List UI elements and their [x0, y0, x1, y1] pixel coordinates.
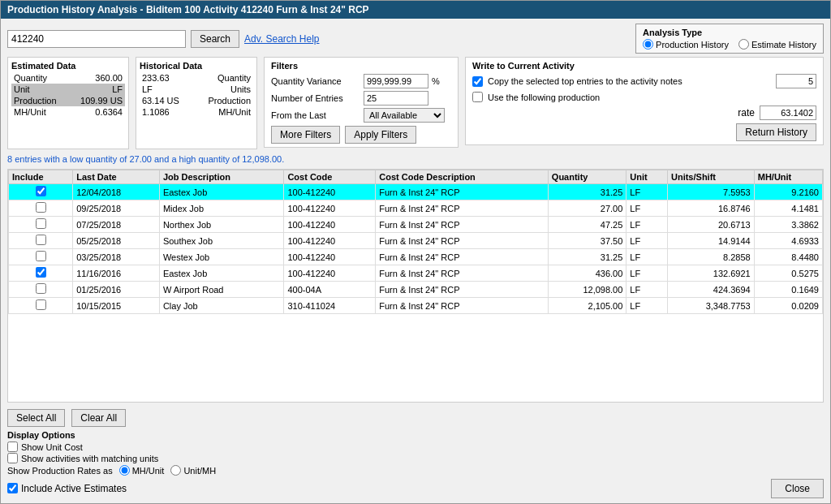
- col-cost-code: Cost Code: [284, 170, 376, 184]
- col-job-desc: Job Description: [159, 170, 284, 184]
- cell-unit: LF: [626, 184, 668, 200]
- from-the-last-select[interactable]: All Available 1 Year 2 Years 3 Years: [364, 108, 445, 123]
- cell-last_date: 09/25/2018: [73, 200, 160, 217]
- mh-unit-radio[interactable]: [119, 465, 130, 476]
- bottom-row1: Select All Clear All: [7, 409, 824, 427]
- more-filters-button[interactable]: More Filters: [271, 126, 340, 144]
- cell-mh_unit: 0.5275: [754, 265, 822, 282]
- filters-box: Filters Quantity Variance % Number of En…: [264, 57, 459, 148]
- cell-job_desc: W Airport Road: [159, 282, 284, 298]
- title-bar: Production History Analysis - Biditem 10…: [1, 1, 830, 19]
- table-header-row: Include Last Date Job Description Cost C…: [9, 170, 823, 184]
- apply-filters-button[interactable]: Apply Filters: [345, 126, 416, 144]
- table-row: 11/16/2016Eastex Job100-412240Furn & Ins…: [9, 265, 823, 282]
- search-button[interactable]: Search: [191, 30, 239, 48]
- table-row: LF Units: [140, 84, 253, 95]
- cell-units_shift: 3,348.7753: [667, 298, 754, 314]
- cell-job_desc: Eastex Job: [159, 265, 284, 282]
- cell-job_desc: Clay Job: [159, 298, 284, 314]
- adv-search-link[interactable]: Adv. Search Help: [244, 33, 320, 45]
- quantity-variance-label: Quantity Variance: [271, 76, 360, 86]
- copy-entries-input[interactable]: [776, 74, 816, 88]
- main-table: Include Last Date Job Description Cost C…: [8, 170, 823, 314]
- cell-cost_code_desc: Furn & Inst 24" RCP: [376, 200, 549, 217]
- show-prod-rates-label: Show Production Rates as: [7, 466, 113, 476]
- cell-quantity: 12,098.00: [548, 282, 626, 298]
- cell-job_desc: Eastex Job: [159, 184, 284, 200]
- copy-entries-checkbox[interactable]: [472, 76, 483, 87]
- table-row: 05/25/2018Southex Job100-412240Furn & In…: [9, 233, 823, 249]
- row-include-checkbox[interactable]: [36, 251, 46, 261]
- table-row: 03/25/2018Westex Job100-412240Furn & Ins…: [9, 249, 823, 265]
- row-include-checkbox[interactable]: [36, 299, 46, 310]
- unit-mh-radio[interactable]: [170, 465, 181, 476]
- row-include-checkbox[interactable]: [36, 202, 46, 213]
- row-include-checkbox[interactable]: [36, 235, 46, 245]
- cell-mh_unit: 4.6933: [754, 233, 822, 249]
- from-the-last-label: From the Last: [271, 110, 360, 120]
- bottom-section: Select All Clear All Display Options Sho…: [7, 406, 824, 498]
- rate-input[interactable]: [760, 106, 816, 120]
- filter-buttons: More Filters Apply Filters: [271, 126, 451, 144]
- close-button[interactable]: Close: [771, 479, 824, 498]
- return-history-button[interactable]: Return History: [736, 123, 816, 141]
- show-unit-cost-checkbox[interactable]: [7, 442, 18, 452]
- table-row: 63.14 US Production: [140, 95, 253, 106]
- cell-last_date: 07/25/2018: [73, 217, 160, 233]
- table-row: Quantity 360.00: [11, 72, 125, 84]
- row-include-checkbox[interactable]: [36, 267, 46, 278]
- number-of-entries-label: Number of Entries: [271, 93, 360, 103]
- main-table-wrapper[interactable]: Include Last Date Job Description Cost C…: [7, 169, 824, 403]
- est-col2-1: LF: [68, 84, 125, 95]
- cell-cost_code_desc: Furn & Inst 24" RCP: [376, 282, 549, 298]
- production-history-radio[interactable]: [643, 39, 653, 50]
- estimated-data-title: Estimated Data: [11, 61, 125, 71]
- cell-cost_code_desc: Furn & Inst 24" RCP: [376, 184, 549, 200]
- table-row: MH/Unit 0.6364: [11, 106, 125, 118]
- row-include-checkbox[interactable]: [36, 186, 46, 196]
- analysis-type-label: Analysis Type: [643, 28, 816, 37]
- search-input[interactable]: [7, 30, 186, 48]
- estimate-history-radio[interactable]: [738, 39, 749, 50]
- include-active-checkbox[interactable]: [7, 483, 18, 493]
- cell-quantity: 31.25: [548, 184, 626, 200]
- estimate-history-label: Estimate History: [751, 40, 816, 50]
- clear-all-button[interactable]: Clear All: [71, 409, 126, 427]
- row-include-checkbox[interactable]: [36, 218, 46, 229]
- cell-units_shift: 132.6921: [667, 265, 754, 282]
- col-last-date: Last Date: [73, 170, 160, 184]
- table-row: 09/25/2018Midex Job100-412240Furn & Inst…: [9, 200, 823, 217]
- row-include-checkbox[interactable]: [36, 283, 46, 294]
- select-all-button[interactable]: Select All: [7, 409, 65, 427]
- hist-col2-1: Units: [193, 84, 253, 95]
- hist-col1-2: 63.14 US: [140, 95, 193, 106]
- est-col1-0: Quantity: [11, 72, 68, 84]
- col-cost-code-desc: Cost Code Description: [376, 170, 549, 184]
- mh-unit-label: MH/Unit: [132, 466, 165, 476]
- use-production-checkbox[interactable]: [472, 92, 483, 102]
- window-title: Production History Analysis - Biditem 10…: [7, 4, 369, 15]
- quantity-variance-input[interactable]: [364, 74, 428, 88]
- display-options-title: Display Options: [7, 430, 824, 440]
- cell-mh_unit: 8.4480: [754, 249, 822, 265]
- number-of-entries-input[interactable]: [364, 91, 428, 106]
- cell-job_desc: Southex Job: [159, 233, 284, 249]
- prod-rates-row: Show Production Rates as MH/Unit Unit/MH: [7, 465, 824, 476]
- table-row: 01/25/2016W Airport Road400-04AFurn & In…: [9, 282, 823, 298]
- cell-last_date: 10/15/2015: [73, 298, 160, 314]
- cell-job_desc: Midex Job: [159, 200, 284, 217]
- show-activities-row: Show activities with matching units: [7, 453, 824, 463]
- cell-last_date: 05/25/2018: [73, 233, 160, 249]
- copy-entries-row: Copy the selected top entries to the act…: [472, 74, 816, 88]
- bottom-footer: Include Active Estimates Close: [7, 479, 824, 498]
- cell-cost_code_desc: Furn & Inst 24" RCP: [376, 298, 549, 314]
- cell-cost_code: 100-412240: [284, 249, 376, 265]
- est-col1-3: MH/Unit: [11, 106, 68, 118]
- cell-cost_code: 310-411024: [284, 298, 376, 314]
- write-box: Write to Current Activity Copy the selec…: [465, 57, 824, 145]
- historical-data-panel: Historical Data 233.63 Quantity LF Units…: [136, 57, 257, 149]
- number-of-entries-row: Number of Entries: [271, 91, 451, 106]
- show-activities-checkbox[interactable]: [7, 453, 18, 463]
- cell-cost_code_desc: Furn & Inst 24" RCP: [376, 233, 549, 249]
- estimated-data-table: Quantity 360.00 Unit LF Production 109.9…: [11, 72, 125, 118]
